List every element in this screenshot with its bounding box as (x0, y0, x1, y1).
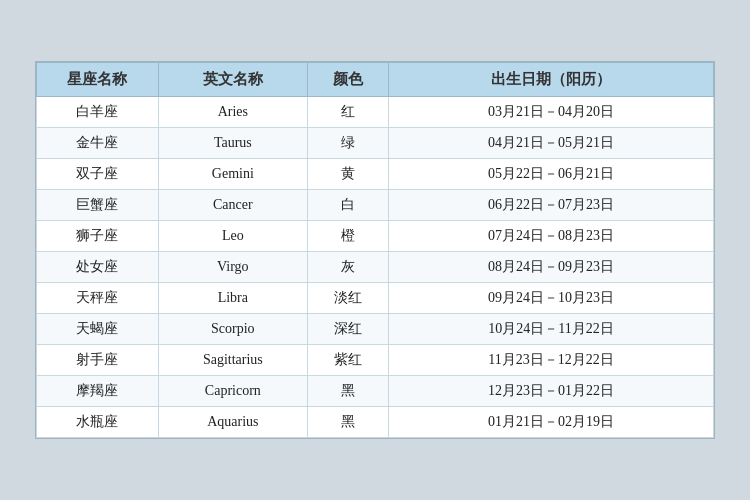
cell-english: Virgo (158, 252, 307, 283)
cell-chinese: 天蝎座 (37, 314, 159, 345)
cell-date: 01月21日－02月19日 (389, 407, 714, 438)
table-row: 狮子座Leo橙07月24日－08月23日 (37, 221, 714, 252)
cell-color: 紫红 (307, 345, 388, 376)
table-row: 天秤座Libra淡红09月24日－10月23日 (37, 283, 714, 314)
cell-chinese: 射手座 (37, 345, 159, 376)
cell-english: Capricorn (158, 376, 307, 407)
table-row: 处女座Virgo灰08月24日－09月23日 (37, 252, 714, 283)
cell-color: 淡红 (307, 283, 388, 314)
table-row: 双子座Gemini黄05月22日－06月21日 (37, 159, 714, 190)
cell-color: 橙 (307, 221, 388, 252)
cell-color: 深红 (307, 314, 388, 345)
cell-english: Leo (158, 221, 307, 252)
header-chinese: 星座名称 (37, 63, 159, 97)
table-row: 巨蟹座Cancer白06月22日－07月23日 (37, 190, 714, 221)
table-row: 水瓶座Aquarius黑01月21日－02月19日 (37, 407, 714, 438)
cell-color: 绿 (307, 128, 388, 159)
cell-date: 11月23日－12月22日 (389, 345, 714, 376)
cell-chinese: 处女座 (37, 252, 159, 283)
table-row: 射手座Sagittarius紫红11月23日－12月22日 (37, 345, 714, 376)
table-row: 白羊座Aries红03月21日－04月20日 (37, 97, 714, 128)
table-row: 摩羯座Capricorn黑12月23日－01月22日 (37, 376, 714, 407)
cell-date: 08月24日－09月23日 (389, 252, 714, 283)
cell-english: Cancer (158, 190, 307, 221)
cell-chinese: 白羊座 (37, 97, 159, 128)
cell-chinese: 狮子座 (37, 221, 159, 252)
table-header-row: 星座名称 英文名称 颜色 出生日期（阳历） (37, 63, 714, 97)
zodiac-table-wrapper: 星座名称 英文名称 颜色 出生日期（阳历） 白羊座Aries红03月21日－04… (35, 61, 715, 439)
cell-date: 03月21日－04月20日 (389, 97, 714, 128)
cell-color: 白 (307, 190, 388, 221)
header-color: 颜色 (307, 63, 388, 97)
table-row: 天蝎座Scorpio深红10月24日－11月22日 (37, 314, 714, 345)
cell-chinese: 金牛座 (37, 128, 159, 159)
cell-color: 黄 (307, 159, 388, 190)
cell-date: 09月24日－10月23日 (389, 283, 714, 314)
cell-date: 07月24日－08月23日 (389, 221, 714, 252)
cell-date: 04月21日－05月21日 (389, 128, 714, 159)
zodiac-table: 星座名称 英文名称 颜色 出生日期（阳历） 白羊座Aries红03月21日－04… (36, 62, 714, 438)
cell-english: Taurus (158, 128, 307, 159)
cell-color: 黑 (307, 376, 388, 407)
cell-english: Scorpio (158, 314, 307, 345)
table-row: 金牛座Taurus绿04月21日－05月21日 (37, 128, 714, 159)
cell-chinese: 摩羯座 (37, 376, 159, 407)
cell-english: Libra (158, 283, 307, 314)
header-english: 英文名称 (158, 63, 307, 97)
cell-english: Gemini (158, 159, 307, 190)
cell-color: 黑 (307, 407, 388, 438)
cell-color: 红 (307, 97, 388, 128)
cell-date: 06月22日－07月23日 (389, 190, 714, 221)
header-date: 出生日期（阳历） (389, 63, 714, 97)
cell-english: Sagittarius (158, 345, 307, 376)
cell-chinese: 巨蟹座 (37, 190, 159, 221)
cell-color: 灰 (307, 252, 388, 283)
cell-date: 12月23日－01月22日 (389, 376, 714, 407)
cell-chinese: 双子座 (37, 159, 159, 190)
cell-english: Aries (158, 97, 307, 128)
cell-chinese: 水瓶座 (37, 407, 159, 438)
cell-date: 05月22日－06月21日 (389, 159, 714, 190)
cell-chinese: 天秤座 (37, 283, 159, 314)
cell-date: 10月24日－11月22日 (389, 314, 714, 345)
cell-english: Aquarius (158, 407, 307, 438)
